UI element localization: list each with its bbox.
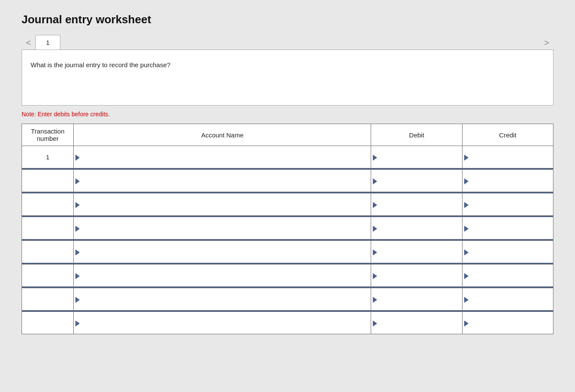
debit-input[interactable]: [377, 264, 462, 286]
cell-debit[interactable]: [371, 288, 462, 311]
question-box: What is the journal entry to record the …: [22, 50, 553, 106]
credit-input[interactable]: [469, 170, 553, 192]
credit-input[interactable]: [469, 288, 553, 310]
cell-debit[interactable]: [371, 312, 462, 334]
table-row: [22, 288, 553, 311]
cell-account[interactable]: [74, 264, 371, 287]
prev-tab-arrow[interactable]: <: [22, 36, 35, 50]
account-name-input[interactable]: [80, 217, 371, 239]
cell-account[interactable]: [74, 193, 371, 216]
account-dropdown-arrow: [75, 202, 80, 208]
note-text: Note: Enter debits before credits.: [22, 111, 553, 118]
credit-input[interactable]: [469, 312, 553, 334]
credit-dropdown-arrow: [464, 249, 469, 255]
credit-dropdown-arrow: [464, 155, 469, 161]
table-row: 1: [22, 146, 553, 168]
table-row: [22, 312, 553, 334]
account-dropdown-arrow: [75, 273, 80, 279]
cell-credit[interactable]: [462, 288, 553, 311]
account-name-input[interactable]: [80, 264, 371, 286]
cell-transaction: [22, 241, 74, 263]
debit-dropdown-arrow: [373, 320, 377, 327]
cell-credit[interactable]: [462, 264, 553, 287]
account-name-input[interactable]: [80, 312, 371, 334]
cell-debit[interactable]: [371, 217, 462, 240]
account-name-input[interactable]: [80, 288, 371, 310]
cell-transaction: 1: [22, 146, 74, 168]
question-text: What is the journal entry to record the …: [31, 61, 170, 68]
debit-dropdown-arrow: [373, 226, 377, 232]
debit-input[interactable]: [377, 217, 462, 239]
cell-debit[interactable]: [371, 264, 462, 287]
page-title: Journal entry worksheet: [22, 13, 553, 26]
table-row: [22, 264, 553, 287]
cell-transaction: [22, 264, 74, 287]
debit-dropdown-arrow: [373, 202, 377, 208]
cell-debit[interactable]: [371, 193, 462, 216]
cell-credit[interactable]: [462, 241, 553, 263]
table-row: [22, 241, 553, 263]
credit-dropdown-arrow: [464, 297, 469, 303]
cell-transaction: [22, 170, 74, 192]
credit-dropdown-arrow: [464, 178, 469, 184]
credit-dropdown-arrow: [464, 273, 469, 279]
cell-debit[interactable]: [371, 146, 462, 168]
debit-input[interactable]: [377, 312, 462, 334]
debit-dropdown-arrow: [373, 297, 377, 303]
cell-account[interactable]: [74, 170, 371, 192]
cell-transaction: [22, 288, 74, 311]
tab-navigation: < 1 >: [22, 35, 553, 50]
debit-input[interactable]: [377, 241, 462, 263]
cell-debit[interactable]: [371, 241, 462, 263]
account-dropdown-arrow: [75, 249, 80, 255]
journal-table: Transactionnumber Account Name Debit Cre…: [22, 124, 553, 334]
account-dropdown-arrow: [75, 155, 80, 161]
header-debit: Debit: [371, 124, 462, 146]
account-dropdown-arrow: [75, 320, 80, 327]
cell-account[interactable]: [74, 312, 371, 334]
account-dropdown-arrow: [75, 297, 80, 303]
debit-dropdown-arrow: [373, 178, 377, 184]
cell-credit[interactable]: [462, 170, 553, 192]
account-dropdown-arrow: [75, 178, 80, 184]
account-name-input[interactable]: [80, 241, 371, 263]
cell-credit[interactable]: [462, 217, 553, 240]
cell-account[interactable]: [74, 146, 371, 168]
credit-input[interactable]: [469, 264, 553, 286]
header-account: Account Name: [74, 124, 371, 146]
table-row: [22, 170, 553, 192]
tab-1[interactable]: 1: [35, 35, 60, 50]
cell-transaction: [22, 193, 74, 216]
cell-credit[interactable]: [462, 146, 553, 168]
header-transaction: Transactionnumber: [22, 124, 74, 146]
cell-account[interactable]: [74, 217, 371, 240]
debit-input[interactable]: [377, 146, 462, 168]
debit-input[interactable]: [377, 170, 462, 192]
debit-dropdown-arrow: [373, 155, 377, 161]
header-credit: Credit: [462, 124, 553, 146]
credit-input[interactable]: [469, 193, 553, 215]
next-tab-arrow[interactable]: >: [540, 36, 553, 50]
table-header-row: Transactionnumber Account Name Debit Cre…: [22, 124, 553, 146]
debit-dropdown-arrow: [373, 249, 377, 255]
credit-input[interactable]: [469, 241, 553, 263]
credit-input[interactable]: [469, 217, 553, 239]
cell-account[interactable]: [74, 241, 371, 263]
credit-dropdown-arrow: [464, 202, 469, 208]
account-dropdown-arrow: [75, 226, 80, 232]
credit-input[interactable]: [469, 146, 553, 168]
cell-transaction: [22, 312, 74, 334]
table-row: [22, 217, 553, 240]
cell-credit[interactable]: [462, 312, 553, 334]
cell-transaction: [22, 217, 74, 240]
account-name-input[interactable]: [80, 193, 371, 215]
table-row: [22, 193, 553, 216]
cell-credit[interactable]: [462, 193, 553, 216]
account-name-input[interactable]: [80, 146, 371, 168]
cell-account[interactable]: [74, 288, 371, 311]
cell-debit[interactable]: [371, 170, 462, 192]
debit-input[interactable]: [377, 288, 462, 310]
account-name-input[interactable]: [80, 170, 371, 192]
debit-input[interactable]: [377, 193, 462, 215]
credit-dropdown-arrow: [464, 320, 469, 327]
